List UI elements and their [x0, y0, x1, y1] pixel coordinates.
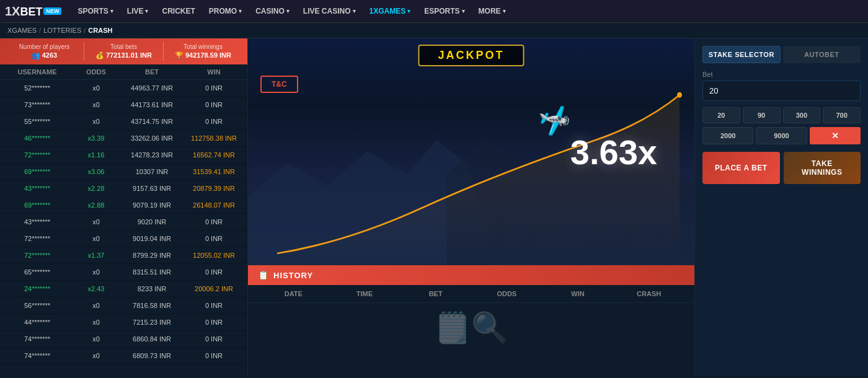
history-col-win: WIN	[542, 290, 614, 297]
breadcrumb-crash: CRASH	[88, 27, 112, 34]
cell-win: 20006.2 INR	[186, 284, 242, 294]
cell-username: 43*******	[0, 217, 74, 227]
nav-casino[interactable]: CASINO ▾	[249, 0, 296, 23]
cell-username: 24*******	[0, 284, 74, 294]
nav-live[interactable]: LIVE ▾	[121, 0, 155, 23]
quick-bet-700[interactable]: 700	[823, 107, 861, 123]
bet-input[interactable]	[702, 81, 861, 101]
nav-promo[interactable]: PROMO ▾	[203, 0, 248, 23]
table-row: 72******* x0 9019.04 INR 0 INR	[0, 231, 247, 247]
place-bet-button[interactable]: PLACE A BET	[702, 152, 780, 184]
cell-bet: 33262.06 INR	[118, 133, 186, 143]
cell-win: 0 INR	[186, 116, 242, 126]
table-row: 56******* x0 7816.58 INR 0 INR	[0, 297, 247, 314]
cell-bet: 8315.51 INR	[118, 267, 186, 277]
cell-bet: 9020 INR	[118, 217, 186, 227]
cell-odds: x1.37	[74, 250, 118, 260]
nav-more[interactable]: MORE ▾	[472, 0, 512, 23]
quick-bet-300[interactable]: 300	[783, 107, 821, 123]
casino-arrow: ▾	[286, 8, 290, 14]
cell-win: 0 INR	[186, 217, 242, 227]
cell-username: 74*******	[0, 351, 74, 361]
table-row: 72******* x1.37 8799.29 INR 12055.02 INR	[0, 247, 247, 264]
nav-esports[interactable]: ESPORTS ▾	[418, 0, 471, 23]
cell-odds: x0	[74, 234, 118, 244]
cell-bet: 10307 INR	[118, 167, 186, 177]
breadcrumb-lotteries[interactable]: LOTTERIES	[43, 27, 81, 34]
quick-bets-row1: 20 90 300 700	[702, 107, 861, 123]
bet-label: Bet	[702, 71, 861, 78]
quick-bet-90[interactable]: 90	[743, 107, 781, 123]
table-row: 46******* x3.39 33262.06 INR 112758.38 I…	[0, 130, 247, 147]
history-empty-icon: 🗒️🔍	[434, 310, 508, 345]
stat-bets: Total bets 💰772131.01 INR	[84, 43, 163, 59]
cell-bet: 14278.23 INR	[118, 150, 186, 160]
nav-live-casino[interactable]: LIVE CASINO ▾	[297, 0, 362, 23]
cell-odds: x0	[74, 116, 118, 126]
cell-username: 72*******	[0, 234, 74, 244]
table-row: 24******* x2.43 8233 INR 20006.2 INR	[0, 281, 247, 297]
cell-bet: 7816.58 INR	[118, 301, 186, 310]
cell-username: 73*******	[0, 100, 74, 110]
breadcrumb-xgames[interactable]: XGAMES	[7, 27, 37, 34]
cell-bet: 8233 INR	[118, 284, 186, 294]
cell-win: 0 INR	[186, 267, 242, 277]
quick-bet-2000[interactable]: 2000	[702, 127, 753, 144]
left-panel: Number of players 👥4263 Total bets 💰7721…	[0, 38, 248, 376]
logo-1x: 1X	[5, 4, 20, 18]
take-winnings-button[interactable]: TAKE WINNINGS	[784, 152, 861, 184]
promo-arrow: ▾	[239, 8, 242, 14]
table-row: 69******* x3.06 10307 INR 31539.41 INR	[0, 164, 247, 180]
bets-table: 52******* x0 44963.77 INR 0 INR 73******…	[0, 80, 247, 368]
brand-logo[interactable]: 1XBET NEW	[5, 4, 61, 19]
clear-button[interactable]: ✕	[810, 127, 861, 144]
tab-autobet[interactable]: AUTOBET	[783, 46, 861, 63]
winnings-value: 🏆942178.59 INR	[164, 51, 242, 59]
cell-win: 12055.02 INR	[186, 250, 242, 260]
cell-win: 112758.38 INR	[186, 133, 242, 143]
cell-username: 56*******	[0, 301, 74, 310]
history-col-time: TIME	[329, 290, 401, 297]
cell-odds: x0	[74, 267, 118, 277]
cell-username: 46*******	[0, 133, 74, 143]
cell-win: 0 INR	[186, 100, 242, 110]
nav-cricket[interactable]: CRICKET	[156, 0, 201, 23]
jackpot-banner: JACKPOT	[418, 45, 524, 66]
cell-odds: x0	[74, 317, 118, 327]
cell-odds: x0	[74, 367, 118, 368]
bets-value: 💰772131.01 INR	[84, 51, 163, 59]
cell-username: 44*******	[0, 317, 74, 327]
cell-bet: 9079.19 INR	[118, 200, 186, 210]
players-value: 👥4263	[5, 51, 84, 59]
nav-items: SPORTS ▾ LIVE ▾ CRICKET PROMO ▾ CASINO ▾…	[71, 0, 863, 23]
cell-win: 0 INR	[186, 317, 242, 327]
live-arrow: ▾	[145, 8, 148, 14]
cell-username: 72*******	[0, 250, 74, 260]
cell-username: 29*******	[0, 367, 74, 368]
game-canvas: JACKPOT T&C	[248, 38, 694, 265]
cell-username: 72*******	[0, 150, 74, 160]
quick-bet-9000[interactable]: 9000	[756, 127, 807, 144]
cell-username: 55*******	[0, 116, 74, 126]
multiplier-display: 3.63x	[570, 131, 657, 172]
tab-stake-selector[interactable]: STAKE SELECTOR	[702, 46, 781, 63]
players-label: Number of players	[5, 43, 84, 50]
table-row: 52******* x0 44963.77 INR 0 INR	[0, 80, 247, 97]
table-row: 74******* x0 6809.73 INR 0 INR	[0, 348, 247, 364]
table-row: 43******* x2.28 9157.63 INR 20879.39 INR	[0, 180, 247, 197]
cell-bet: 9157.63 INR	[118, 183, 186, 193]
cell-username: 65*******	[0, 267, 74, 277]
nav-1xgames[interactable]: 1XGAMES ▾	[363, 0, 417, 23]
cell-win: 26148.07 INR	[186, 200, 242, 210]
table-row: 69******* x2.88 9079.19 INR 26148.07 INR	[0, 197, 247, 214]
cell-bet: 6746.18 INR	[118, 367, 186, 368]
cell-win: 0 INR	[186, 351, 242, 361]
quick-bets-row2: 2000 9000 ✕	[702, 127, 861, 144]
right-panel: STAKE SELECTOR AUTOBET Bet 20 90 300 700…	[694, 38, 868, 376]
tc-button[interactable]: T&C	[260, 76, 298, 93]
quick-bet-20[interactable]: 20	[702, 107, 740, 123]
cell-bet: 6809.73 INR	[118, 351, 186, 361]
nav-sports[interactable]: SPORTS ▾	[71, 0, 119, 23]
cell-odds: x0	[74, 334, 118, 344]
cell-username: 74*******	[0, 334, 74, 344]
